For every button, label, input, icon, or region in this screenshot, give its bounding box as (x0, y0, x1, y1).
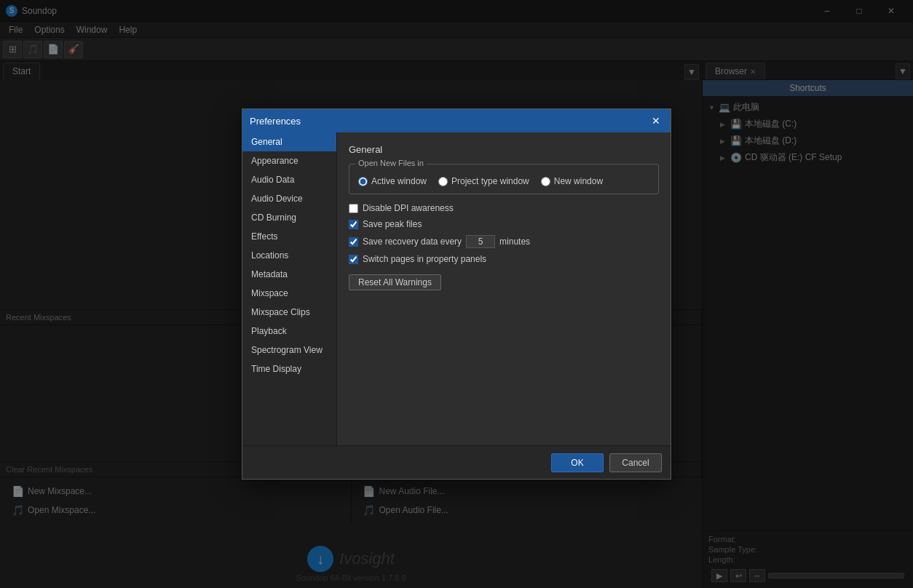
radio-project-window[interactable]: Project type window (438, 176, 529, 186)
sidebar-item-metadata[interactable]: Metadata (242, 265, 336, 284)
dialog-title-bar: Preferences ✕ (242, 109, 671, 132)
ok-button[interactable]: OK (551, 453, 604, 472)
save-peak-label[interactable]: Save peak files (363, 219, 422, 229)
switch-pages-row: Switch pages in property panels (349, 254, 659, 264)
dialog-content: General Open New Files in Active window … (337, 132, 671, 445)
reset-warnings-button[interactable]: Reset All Warnings (349, 274, 441, 290)
disable-dpi-checkbox[interactable] (349, 204, 358, 213)
cancel-button[interactable]: Cancel (609, 453, 662, 472)
radio-project-window-label: Project type window (451, 176, 529, 186)
preferences-dialog: Preferences ✕ General Appearance Audio D… (242, 108, 671, 480)
dialog-close-button[interactable]: ✕ (649, 114, 663, 128)
radio-active-window-label: Active window (371, 176, 427, 186)
radio-active-window-input[interactable] (358, 177, 368, 186)
disable-dpi-label[interactable]: Disable DPI awareness (363, 203, 454, 213)
switch-pages-checkbox[interactable] (349, 255, 358, 264)
save-peak-row: Save peak files (349, 219, 659, 229)
section-title: General (349, 144, 659, 155)
dialog-body: General Appearance Audio Data Audio Devi… (242, 132, 671, 445)
radio-active-window[interactable]: Active window (358, 176, 427, 186)
dialog-title: Preferences (250, 116, 301, 127)
save-recovery-checkbox[interactable] (349, 237, 358, 247)
disable-dpi-row: Disable DPI awareness (349, 203, 659, 213)
sidebar-item-mixspace-clips[interactable]: Mixspace Clips (242, 303, 336, 322)
radio-new-window[interactable]: New window (541, 176, 603, 186)
save-recovery-label[interactable]: Save recovery data every (363, 237, 462, 247)
open-new-files-group: Open New Files in Active window Project … (349, 164, 659, 194)
save-recovery-unit: minutes (499, 237, 530, 247)
save-recovery-row: Save recovery data every minutes (349, 235, 659, 248)
save-peak-checkbox[interactable] (349, 220, 358, 229)
radio-group: Active window Project type window New wi… (358, 172, 649, 186)
switch-pages-label[interactable]: Switch pages in property panels (363, 254, 486, 264)
sidebar-item-mixspace[interactable]: Mixspace (242, 284, 336, 303)
sidebar-item-locations[interactable]: Locations (242, 246, 336, 265)
sidebar-item-time-display[interactable]: Time Display (242, 359, 336, 378)
sidebar-item-cd-burning[interactable]: CD Burning (242, 208, 336, 227)
sidebar-item-audio-device[interactable]: Audio Device (242, 189, 336, 208)
radio-new-window-label: New window (554, 176, 603, 186)
dialog-footer: OK Cancel (242, 445, 671, 479)
sidebar-item-appearance[interactable]: Appearance (242, 151, 336, 170)
save-recovery-input[interactable] (466, 235, 495, 248)
radio-new-window-input[interactable] (541, 177, 550, 186)
dialog-sidebar: General Appearance Audio Data Audio Devi… (242, 132, 337, 445)
sidebar-item-effects[interactable]: Effects (242, 227, 336, 246)
group-box-title: Open New Files in (355, 159, 427, 167)
sidebar-item-playback[interactable]: Playback (242, 322, 336, 341)
sidebar-item-general[interactable]: General (242, 132, 336, 151)
sidebar-item-spectrogram-view[interactable]: Spectrogram View (242, 341, 336, 359)
dialog-overlay: Preferences ✕ General Appearance Audio D… (0, 0, 913, 588)
sidebar-item-audio-data[interactable]: Audio Data (242, 170, 336, 189)
radio-project-window-input[interactable] (438, 177, 448, 186)
